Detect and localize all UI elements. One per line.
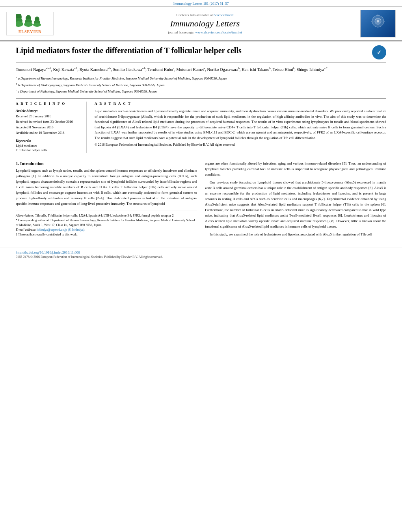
cover-art-icon <box>366 13 390 33</box>
intro-section-title: 1. Introduction <box>16 161 197 166</box>
corresponding-author-footnote: * Corresponding author at: Department of… <box>16 218 197 228</box>
homepage-url[interactable]: www.elsevier.com/locate/immlet <box>195 30 242 34</box>
available-date: Available online 10 November 2016 <box>16 131 82 135</box>
equal-contribution-footnote: 1 These authors equally contributed to t… <box>16 232 197 237</box>
journal-cover-image <box>352 10 396 37</box>
article-info-column: A R T I C L E I N F O Article history: R… <box>16 102 87 153</box>
svg-point-11 <box>33 23 41 27</box>
bottom-bar: http://dx.doi.org/10.1016/j.imlet.2016.1… <box>0 248 402 261</box>
elsevier-tree-icon <box>16 14 44 29</box>
keywords-heading: Keywords: <box>16 139 82 143</box>
main-body: 1. Introduction Lymphoid organs such as … <box>16 157 386 239</box>
journal-cover-thumbnail <box>360 10 396 37</box>
svg-point-7 <box>24 22 33 27</box>
intro-paragraph-3: Our previous study focusing on lymphoid … <box>205 180 386 229</box>
article-title-section: Lipid mediators foster the differentiati… <box>16 45 386 63</box>
svg-point-14 <box>377 20 379 22</box>
affiliation-c: c c Department of Pathology, Sapporo Med… <box>16 88 386 94</box>
revised-date: Received in revised form 23 October 2016 <box>16 120 82 124</box>
abstract-paragraph: Lipid mediators such as leukotrienes and… <box>95 109 386 141</box>
abstract-text: Lipid mediators such as leukotrienes and… <box>95 109 386 147</box>
svg-point-3 <box>16 21 23 27</box>
page: Immunology Letters 181 (2017) 51–57 <box>0 0 402 532</box>
publisher-logo-section: ELSEVIER <box>6 12 58 35</box>
keyword-2: T follicular helper cells <box>16 148 82 153</box>
journal-homepage-line: journal homepage: www.elsevier.com/locat… <box>58 30 352 34</box>
elsevier-logo: ELSEVIER <box>6 12 54 35</box>
contents-list-text: Contents lists available at ScienceDirec… <box>58 13 352 17</box>
doi-link[interactable]: http://dx.doi.org/10.1016/j.imlet.2016.1… <box>16 250 386 254</box>
abbreviations-footnote: Abbreviations: Tfh cells, T follicular h… <box>16 213 197 218</box>
article-info-heading: A R T I C L E I N F O <box>16 102 82 106</box>
intro-paragraph-1: Lymphoid organs such as lymph nodes, ton… <box>16 168 197 207</box>
elsevier-text-label: ELSEVIER <box>19 30 42 34</box>
journal-title: Immunology Letters <box>58 19 352 29</box>
journal-reference-bar: Immunology Letters 181 (2017) 51–57 <box>0 0 402 7</box>
journal-reference: Immunology Letters 181 (2017) 51–57 <box>173 2 229 6</box>
intro-body-text-right: organs are often functionally altered by… <box>205 161 386 237</box>
footnote-section: Abbreviations: Tfh cells, T follicular h… <box>16 211 197 237</box>
intro-paragraph-4: In this study, we examined the role of l… <box>205 232 386 237</box>
article-history-heading: Article history: <box>16 109 82 113</box>
journal-header: ELSEVIER Contents lists available at Sci… <box>0 7 402 41</box>
received-date: Received 26 January 2016 <box>16 114 82 119</box>
affiliations: a a Department of Human Immunology, Rese… <box>16 75 386 94</box>
bottom-copyright: 0165-2478/© 2016 European Federation of … <box>16 255 386 259</box>
article-content: Lipid mediators foster the differentiati… <box>0 41 402 244</box>
abstract-copyright: © 2016 European Federation of Immunologi… <box>95 142 386 147</box>
crossmark-badge: ✓ <box>372 45 386 59</box>
abstract-column: A B S T R A C T Lipid mediators such as … <box>95 102 386 153</box>
accepted-date: Accepted 8 November 2016 <box>16 125 82 130</box>
abstract-heading: A B S T R A C T <box>95 102 386 106</box>
affiliation-b: b b Department of Otolaryngology, Sappor… <box>16 82 386 88</box>
science-direct-link[interactable]: ScienceDirect <box>214 13 233 17</box>
intro-column-right: organs are often functionally altered by… <box>205 161 386 239</box>
email-footnote: E-mail address: ichimiya@sapmed.ac.jp (S… <box>16 228 197 232</box>
intro-column-left: 1. Introduction Lymphoid organs such as … <box>16 161 197 239</box>
journal-title-section: Contents lists available at ScienceDirec… <box>58 13 352 34</box>
article-title: Lipid mediators foster the differentiati… <box>16 45 367 56</box>
authors-line: Tomonori Nagayaa,b,1, Koji Kawataa,1, Ry… <box>16 66 386 73</box>
info-abstract-section: A R T I C L E I N F O Article history: R… <box>16 98 386 153</box>
intro-paragraph-2: organs are often functionally altered by… <box>205 161 386 178</box>
affiliation-a: a a Department of Human Immunology, Rese… <box>16 75 386 81</box>
intro-body-text-left: Lymphoid organs such as lymph nodes, ton… <box>16 168 197 207</box>
keyword-1: Lipid mediators <box>16 144 82 148</box>
